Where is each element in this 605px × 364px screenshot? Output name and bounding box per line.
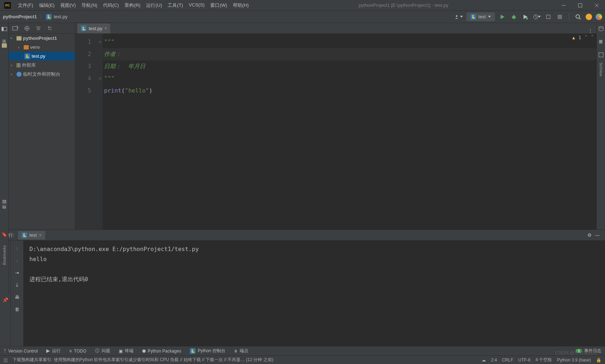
- down-stack-icon[interactable]: ↓: [13, 256, 21, 264]
- menu-refactor[interactable]: 重构(R): [122, 1, 143, 10]
- menu-run[interactable]: 运行(U): [143, 1, 165, 10]
- prev-highlight-icon[interactable]: ˆ: [585, 35, 587, 40]
- up-stack-icon[interactable]: ↑: [13, 244, 21, 252]
- menu-file[interactable]: 文件(F): [15, 1, 36, 10]
- tab-python-packages[interactable]: ⬢Python Packages: [142, 349, 181, 354]
- tool-windows-icon[interactable]: ◫: [4, 358, 8, 363]
- caret-position[interactable]: 2:4: [491, 358, 497, 363]
- search-everywhere-button[interactable]: [574, 13, 582, 21]
- collapse-all-icon[interactable]: [46, 24, 54, 32]
- close-icon[interactable]: ×: [39, 232, 42, 238]
- sciview-tool-label[interactable]: SciView: [599, 62, 603, 76]
- close-button[interactable]: [588, 0, 605, 11]
- menu-navigate[interactable]: 导航(N): [79, 1, 100, 10]
- hide-tool-icon[interactable]: —: [594, 231, 601, 239]
- structure-tool-icon[interactable]: ▤: [0, 197, 8, 205]
- encoding[interactable]: UTF-8: [518, 358, 530, 363]
- menu-edit[interactable]: 编辑(E): [36, 1, 57, 10]
- scroll-to-end-icon[interactable]: ⤓: [13, 281, 21, 289]
- folder-tool-icon[interactable]: [0, 42, 8, 49]
- code-area[interactable]: """ 作者：日期： 年月日 """ print("hello"): [103, 34, 596, 230]
- minimize-button[interactable]: [555, 0, 572, 11]
- separator: [569, 13, 569, 20]
- menu-vcs[interactable]: VCS(S): [186, 1, 207, 10]
- code-with-me-icon[interactable]: [596, 14, 602, 20]
- svg-rect-1: [578, 4, 582, 7]
- scroll-from-source-icon[interactable]: [23, 24, 31, 32]
- status-message[interactable]: 下载预构建共享索引: 使用预构建的Python 软件包共享索引引减少索引时间和 …: [13, 357, 273, 363]
- line-number: 1: [75, 36, 91, 48]
- chevron-right-icon[interactable]: [18, 44, 22, 50]
- close-tab-icon[interactable]: ×: [104, 26, 107, 31]
- editor-body[interactable]: ▲ 1 ˆ ˇ 1 2 3 4 5 ⊟ ⊟ """ 作者：日期： 年月日 """…: [75, 34, 596, 230]
- tree-scratch[interactable]: 临时文件和控制台: [9, 70, 75, 79]
- chevron-right-icon[interactable]: [11, 62, 15, 68]
- run-settings-icon[interactable]: ⚙: [586, 231, 594, 239]
- tab-python-console[interactable]: 🐍Python 控制台: [190, 348, 225, 354]
- fold-end-icon[interactable]: ⊟: [98, 72, 103, 85]
- project-tool-icon[interactable]: [0, 25, 8, 33]
- console-output[interactable]: D:\anaconda3\python.exe E:/pythonProject…: [24, 241, 605, 346]
- print-icon[interactable]: 🖶: [13, 293, 21, 301]
- debug-button[interactable]: [510, 13, 518, 21]
- shared-index-icon[interactable]: ☁: [482, 358, 486, 363]
- sciview-tool-icon[interactable]: [597, 51, 605, 59]
- chevron-right-icon[interactable]: [11, 71, 15, 77]
- tab-terminal[interactable]: ▣终端: [119, 348, 133, 354]
- bottom-tool-tabs: ᛉVersion Control 运行 ≡TODO ⓘ问题 ▣终端 ⬢Pytho…: [0, 346, 605, 355]
- stop-button[interactable]: [556, 13, 564, 21]
- menu-window[interactable]: 窗口(W): [207, 1, 230, 10]
- expand-all-icon[interactable]: [34, 24, 42, 32]
- tree-file-testpy[interactable]: 🐍 test.py: [9, 52, 75, 61]
- editor-tabbar: 🐍 test.py × ⋮: [75, 23, 596, 34]
- project-tree[interactable]: pythonProject1 venv 🐍 test.py 外部库 临时文件和控…: [9, 34, 75, 230]
- tab-problems[interactable]: ⓘ问题: [95, 348, 110, 354]
- editor-tab-testpy[interactable]: 🐍 test.py ×: [77, 23, 111, 33]
- indent[interactable]: 4 个空格: [535, 357, 552, 363]
- clear-all-icon[interactable]: 🗑: [13, 305, 21, 313]
- run-tab[interactable]: 🐍 test ×: [18, 231, 46, 240]
- menu-tools[interactable]: 工具(T): [165, 1, 186, 10]
- soft-wrap-icon[interactable]: ⇥: [13, 269, 21, 276]
- bookmarks-tool-icon[interactable]: 🔖: [0, 230, 8, 238]
- maximize-button[interactable]: [572, 0, 588, 11]
- next-highlight-icon[interactable]: ˇ: [591, 35, 594, 40]
- pin-tab-icon[interactable]: 📌: [1, 296, 9, 304]
- user-icon[interactable]: [455, 13, 463, 21]
- inspection-hints[interactable]: ▲ 1 ˆ ˇ: [572, 35, 594, 40]
- tab-run[interactable]: 运行: [46, 348, 61, 354]
- select-opened-file-icon[interactable]: [11, 24, 19, 32]
- bookmarks-tool-label[interactable]: Bookmarks: [2, 245, 6, 265]
- attach-button[interactable]: [544, 13, 552, 21]
- ide-update-icon[interactable]: [586, 14, 592, 20]
- breadcrumb-project[interactable]: pythonProject1: [3, 14, 37, 19]
- tree-root[interactable]: pythonProject1: [9, 34, 75, 43]
- fold-start-icon[interactable]: ⊟: [98, 36, 103, 48]
- python-interpreter[interactable]: Python 3.9 (base): [557, 358, 591, 363]
- breadcrumb-file[interactable]: test.py: [54, 14, 67, 19]
- tree-scratch-label: 临时文件和控制台: [23, 71, 60, 77]
- code-fn: print: [104, 87, 121, 94]
- coverage-button[interactable]: [521, 13, 529, 21]
- tree-root-label: pythonProject1: [23, 36, 57, 41]
- menu-code[interactable]: 代码(C): [100, 1, 122, 10]
- svg-rect-19: [2, 27, 4, 31]
- tab-endpoints[interactable]: ⋔端点: [234, 348, 248, 354]
- console-cmd: D:\anaconda3\python.exe E:/pythonProject…: [29, 246, 199, 252]
- run-button[interactable]: [498, 13, 506, 21]
- run-config-selector[interactable]: 🐍 test: [466, 13, 495, 21]
- menu-view[interactable]: 视图(V): [57, 1, 79, 10]
- tab-version-control[interactable]: ᛉVersion Control: [4, 349, 38, 354]
- tab-todo[interactable]: ≡TODO: [69, 349, 86, 354]
- tree-ext-lib[interactable]: 外部库: [9, 61, 75, 70]
- window-title: pythonProject1 [E:\pythonProject1] - tes…: [252, 3, 555, 8]
- profile-button[interactable]: [533, 13, 541, 21]
- editor-tab-menu[interactable]: ⋮: [585, 28, 596, 33]
- project-toolbar: [9, 23, 75, 34]
- tree-venv[interactable]: venv: [9, 43, 75, 52]
- database-tool-icon[interactable]: [597, 25, 605, 33]
- menu-help[interactable]: 帮助(H): [230, 1, 252, 10]
- line-separator[interactable]: CRLF: [502, 358, 513, 363]
- chevron-down-icon[interactable]: [11, 36, 15, 41]
- lock-icon[interactable]: 🔒: [596, 358, 601, 363]
